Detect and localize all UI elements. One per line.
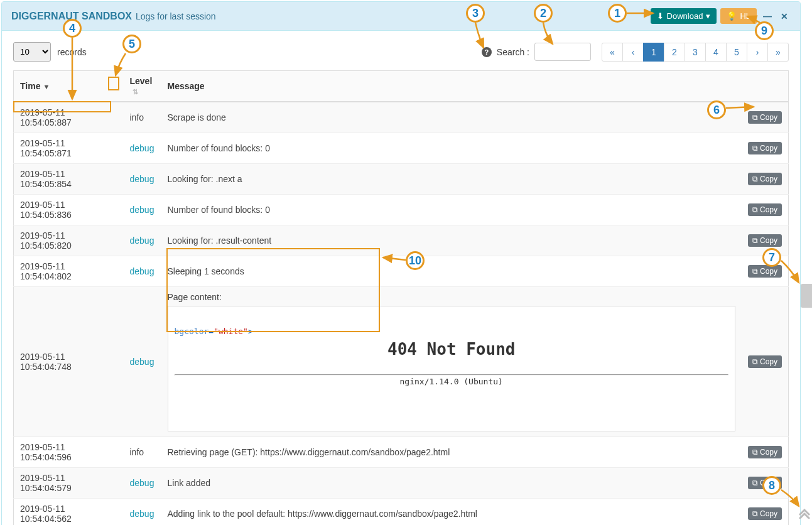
cell-message: Link added	[161, 467, 742, 498]
cell-copy: ⧉Copy	[742, 225, 789, 256]
col-message[interactable]: Message	[161, 71, 742, 102]
pagination-top: « ‹ 1 2 3 4 5 › »	[602, 43, 789, 62]
panel-header: DIGGERNAUT SANDBOX Logs for last session…	[2, 2, 800, 31]
cell-message: Scrape is done	[161, 102, 742, 133]
copy-button[interactable]: ⧉Copy	[748, 203, 782, 216]
col-time[interactable]: Time▼	[14, 71, 124, 102]
copy-button[interactable]: ⧉Copy	[748, 265, 782, 278]
table-row: 2019-05-11 10:54:04:802 debug Sleeping 1…	[14, 256, 789, 287]
cell-time: 2019-05-11 10:54:05:854	[14, 164, 124, 195]
message-text: Adding link to the pool default: https:/…	[168, 509, 477, 519]
copy-icon: ⧉	[752, 479, 758, 487]
scroll-to-top-icon[interactable]	[798, 506, 811, 522]
cell-time: 2019-05-11 10:54:05:820	[14, 225, 124, 256]
search-input[interactable]	[534, 43, 591, 61]
copy-button[interactable]: ⧉Copy	[748, 355, 782, 368]
table-row: 2019-05-11 10:54:04:579 debug Link added…	[14, 467, 789, 498]
page-3[interactable]: 3	[685, 43, 706, 62]
cell-message: Page content: </span><span class="txt">4…	[161, 287, 742, 437]
search-label: Search :	[497, 47, 529, 57]
copy-icon: ⧉	[752, 236, 758, 245]
col-copy	[742, 71, 789, 102]
cell-level: debug	[124, 467, 161, 498]
caret-down-icon: ▾	[706, 11, 710, 21]
message-text: Scrape is done	[168, 112, 226, 122]
cell-message: Adding link to the pool default: https:/…	[161, 498, 742, 525]
cell-copy: ⧉Copy	[742, 256, 789, 287]
message-text: Looking for: .next a	[168, 174, 242, 184]
close-icon[interactable]: ✕	[778, 11, 791, 21]
cell-copy: ⧉Copy	[742, 498, 789, 525]
panel-subtitle: Logs for last session	[136, 11, 216, 21]
cell-copy: ⧉Copy	[742, 467, 789, 498]
message-text: Number of found blocks: 0	[168, 205, 270, 215]
copy-button[interactable]: ⧉Copy	[748, 173, 782, 185]
side-tab[interactable]	[801, 284, 812, 308]
download-button[interactable]: ⬇ Download ▾	[651, 8, 717, 24]
copy-icon: ⧉	[752, 113, 758, 122]
table-row: 2019-05-11 10:54:05:836 debug Number of …	[14, 195, 789, 225]
copy-button[interactable]: ⧉Copy	[748, 142, 782, 154]
hl-button[interactable]: 💡 HL	[720, 8, 757, 24]
cell-copy: ⧉Copy	[742, 164, 789, 195]
table-row: 2019-05-11 10:54:05:871 debug Number of …	[14, 133, 789, 164]
cell-level: debug	[124, 225, 161, 256]
message-text: Retrieving page (GET): https://www.digge…	[168, 447, 450, 457]
cell-level: debug	[124, 164, 161, 195]
page-4[interactable]: 4	[705, 43, 727, 62]
cell-level: debug	[124, 498, 161, 525]
cell-copy: ⧉Copy	[742, 102, 789, 133]
message-text: Looking for: .result-content	[168, 235, 272, 246]
copy-icon: ⧉	[752, 357, 758, 366]
cell-message: Sleeping 1 seconds	[161, 256, 742, 287]
log-table: Time▼ Level⇅ Message 2019-05-11 10:54:05…	[13, 70, 789, 525]
copy-button[interactable]: ⧉Copy	[748, 234, 782, 247]
message-text: Sleeping 1 seconds	[168, 266, 244, 276]
cell-level: debug	[124, 195, 161, 225]
cell-time: 2019-05-11 10:54:04:562	[14, 498, 124, 525]
page-2[interactable]: 2	[664, 43, 685, 62]
log-panel: DIGGERNAUT SANDBOX Logs for last session…	[1, 1, 801, 525]
copy-icon: ⧉	[752, 448, 758, 457]
cell-level: debug	[124, 133, 161, 164]
cell-time: 2019-05-11 10:54:05:887	[14, 102, 124, 133]
cell-time: 2019-05-11 10:54:04:579	[14, 467, 124, 498]
table-row: 2019-05-11 10:54:05:854 debug Looking fo…	[14, 164, 789, 195]
records-select[interactable]: 10	[13, 42, 51, 62]
cell-message: Looking for: .next a	[161, 164, 742, 195]
help-icon[interactable]: ?	[482, 47, 492, 57]
copy-icon: ⧉	[752, 175, 758, 183]
page-1[interactable]: 1	[643, 43, 664, 62]
cell-message: Looking for: .result-content	[161, 225, 742, 256]
page-next[interactable]: ›	[747, 43, 768, 62]
copy-icon: ⧉	[752, 509, 758, 518]
copy-button[interactable]: ⧉Copy	[748, 477, 782, 489]
message-text: Page content:	[168, 292, 735, 302]
cell-level: debug	[124, 256, 161, 287]
table-row: 2019-05-11 10:54:05:887 info Scrape is d…	[14, 102, 789, 133]
code-block[interactable]: </span><span class="txt">404 Not Found</…	[168, 306, 735, 431]
copy-button[interactable]: ⧉Copy	[748, 111, 782, 124]
cell-copy: ⧉Copy	[742, 287, 789, 437]
copy-button[interactable]: ⧉Copy	[748, 507, 782, 520]
table-row: 2019-05-11 10:54:04:748 debug Page conte…	[14, 287, 789, 437]
table-row: 2019-05-11 10:54:04:596 info Retrieving …	[14, 436, 789, 467]
table-row: 2019-05-11 10:54:04:562 debug Adding lin…	[14, 498, 789, 525]
page-5[interactable]: 5	[726, 43, 747, 62]
cell-message: Number of found blocks: 0	[161, 195, 742, 225]
records-label: records	[57, 47, 87, 57]
copy-button[interactable]: ⧉Copy	[748, 446, 782, 458]
cell-level: info	[124, 436, 161, 467]
cell-time: 2019-05-11 10:54:04:802	[14, 256, 124, 287]
page-prev[interactable]: ‹	[622, 43, 644, 62]
page-last[interactable]: »	[767, 43, 789, 62]
copy-icon: ⧉	[752, 267, 758, 276]
copy-icon: ⧉	[752, 144, 758, 153]
col-level[interactable]: Level⇅	[124, 71, 161, 102]
minimize-icon[interactable]: —	[761, 11, 774, 21]
cell-message: Retrieving page (GET): https://www.digge…	[161, 436, 742, 467]
page-first[interactable]: «	[602, 43, 623, 62]
cell-time: 2019-05-11 10:54:05:871	[14, 133, 124, 164]
message-text: Link added	[168, 478, 211, 488]
message-text: Number of found blocks: 0	[168, 143, 270, 153]
